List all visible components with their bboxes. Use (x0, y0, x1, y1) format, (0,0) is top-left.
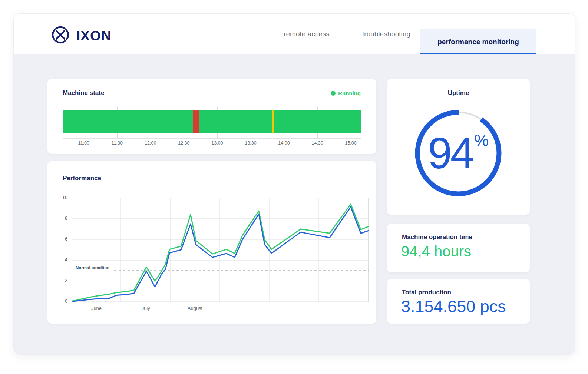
timeline-tick (317, 107, 318, 110)
uptime-card: Uptime 94 % (387, 79, 530, 215)
timeline-tick (251, 133, 251, 138)
timeline-tick (184, 107, 184, 110)
header: IXON remote access troubleshooting perfo… (14, 14, 575, 54)
normal-condition-label: Normal conditon (76, 265, 109, 270)
total-production-title: Total production (402, 289, 451, 296)
timeline-time-label: 11:00 (73, 140, 95, 146)
performance-chart (72, 198, 369, 302)
timeline-tick (251, 107, 251, 110)
total-production-card: Total production 3.154.650 pcs (387, 279, 530, 324)
nav-item-troubleshooting[interactable]: troubleshooting (349, 14, 423, 54)
running-dot-icon (331, 91, 336, 96)
timeline-segment-running (274, 110, 361, 133)
timeline-time-label: 15:00 (340, 140, 362, 146)
y-axis-label: 0 (53, 299, 67, 304)
month-label: August (178, 305, 212, 311)
operation-time-value: 94,4 hours (401, 243, 471, 260)
timeline-tick (284, 133, 284, 138)
month-label: July (129, 305, 162, 311)
timeline-tick (63, 107, 63, 110)
timeline-tick (151, 107, 151, 110)
uptime-ring: 94 % (412, 107, 505, 199)
y-axis-label: 10 (53, 195, 67, 200)
timeline-tick (284, 107, 284, 110)
total-production-value: 3.154.650 pcs (401, 297, 506, 316)
y-axis-label: 2 (53, 278, 67, 283)
ixon-knot-icon (50, 24, 71, 47)
dashboard-body: Machine state Running 11:0011:3012:0012:… (14, 54, 575, 354)
timeline-tick (317, 133, 318, 138)
y-axis-label: 6 (53, 236, 67, 242)
timeline-tick (217, 107, 218, 110)
logo-text: IXON (76, 29, 111, 43)
operation-time-card: Machine operation time 94,4 hours (387, 224, 530, 272)
active-tab-label: performance monitoring (437, 38, 519, 46)
timeline-tick (351, 133, 351, 138)
timeline-tick (117, 133, 118, 138)
timeline-grid-bottom (63, 138, 361, 139)
app-window: IXON remote access troubleshooting perfo… (13, 13, 575, 355)
performance-title: Performance (63, 175, 101, 182)
y-axis-label: 4 (53, 257, 67, 262)
timeline-tick (84, 107, 84, 110)
timeline-tick (151, 133, 151, 138)
timeline-time-label: 14:00 (273, 140, 295, 146)
timeline-time-label: 13:30 (240, 140, 262, 146)
timeline-tick (361, 133, 361, 138)
timeline-grid-top (63, 107, 361, 107)
nav-item-remote-access[interactable]: remote access (270, 14, 344, 54)
timeline-time-label: 12:30 (173, 140, 195, 146)
timeline-segment-running (63, 110, 193, 133)
nav-item-performance-monitoring[interactable]: performance monitoring (420, 29, 536, 54)
timeline-bar (63, 110, 361, 133)
timeline-tick (361, 107, 361, 110)
timeline-tick (84, 133, 84, 138)
machine-state-timeline: 11:0011:3012:0012:3013:0013:3014:0014:30… (63, 107, 361, 148)
uptime-value: 94 (428, 131, 473, 175)
timeline-tick (217, 133, 218, 138)
running-label: Running (338, 90, 361, 96)
uptime-percent-sign: % (474, 131, 489, 150)
timeline-segment-warning (272, 110, 274, 133)
running-legend: Running (331, 90, 361, 96)
timeline-segment-stopped (193, 110, 199, 133)
timeline-tick (117, 107, 118, 110)
timeline-time-label: 14:30 (306, 140, 328, 146)
performance-line-blue (72, 207, 369, 301)
y-axis-label: 8 (53, 216, 67, 221)
uptime-title: Uptime (387, 89, 530, 97)
ixon-logo: IXON (50, 24, 111, 47)
timeline-time-label: 12:00 (139, 140, 162, 146)
timeline-segment-running (199, 110, 272, 133)
timeline-tick (184, 133, 184, 138)
month-label: June (80, 305, 113, 311)
performance-card: Performance Normal conditon 0246810JuneJ… (47, 161, 376, 324)
page: IXON remote access troubleshooting perfo… (0, 0, 588, 374)
uptime-value-wrap: 94 % (412, 107, 505, 199)
timeline-time-label: 11:30 (106, 140, 128, 146)
operation-time-title: Machine operation time (402, 234, 472, 241)
timeline-time-label: 13:00 (206, 140, 228, 146)
machine-state-title: Machine state (63, 89, 104, 97)
machine-state-card: Machine state Running 11:0011:3012:0012:… (47, 79, 376, 154)
timeline-tick (351, 107, 351, 110)
timeline-tick (63, 133, 63, 138)
